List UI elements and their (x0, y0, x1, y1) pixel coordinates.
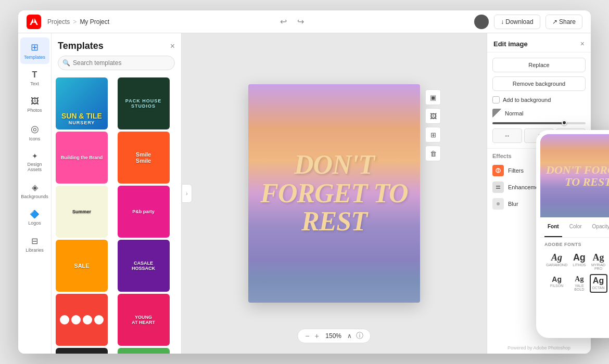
sidebar-label-logos: Logos (28, 220, 41, 226)
add-to-background-checkbox[interactable] (492, 96, 500, 103)
phone-mockup: DON'T FORGET TO REST Font Color Opacity … (536, 130, 609, 338)
font-name-7: YALE BOLD (573, 284, 586, 291)
close-right-panel-button[interactable]: × (580, 40, 585, 48)
add-to-background-row: Add to background (492, 95, 586, 105)
font-item-7[interactable]: Ag YALE BOLD (571, 274, 587, 293)
canvas-tool-delete[interactable]: 🗑 (425, 146, 441, 161)
sidebar-label-photos: Photos (27, 108, 42, 113)
blend-mode-label: Normal (505, 110, 523, 116)
font-preview-3: Ag (593, 253, 604, 262)
template-thumb-4[interactable]: SmileSmile (118, 132, 170, 184)
blend-mode-icon (492, 109, 502, 118)
template-thumb-5[interactable]: Summer (56, 186, 108, 238)
libraries-icon: ⊟ (31, 236, 38, 246)
canvas-tool-layers[interactable]: ⊞ (425, 127, 441, 142)
phone-tab-color[interactable]: Color (566, 222, 585, 237)
zoom-in-button[interactable]: + (314, 332, 320, 340)
sidebar-label-icons: Icons (29, 136, 41, 141)
zoom-out-button[interactable]: − (304, 332, 310, 340)
template-thumb-7[interactable]: SALE (56, 240, 108, 292)
zoom-bar: − + 150% ∧ ⓘ (297, 329, 371, 343)
filters-label: Filters (508, 167, 524, 174)
font-item-2[interactable]: Ag LITHOS (571, 251, 587, 272)
canvas-container: ▣ 🖼 ⊞ 🗑 DON'T FORGET TO REST (248, 84, 420, 303)
template-grid: SUN & TILE NURSERY PACK HOUSE STUDIOS Bu… (52, 75, 181, 354)
phone-canvas-image: DON'T FORGET TO REST (540, 134, 609, 217)
opacity-slider-row (492, 122, 586, 124)
app-window: Projects > My Project ↩ ↪ ↓ Download ↗ S… (18, 10, 591, 354)
canvas-toolbar-right: ▣ 🖼 ⊞ 🗑 (425, 89, 441, 161)
phone-canvas-text: DON'T FORGET TO REST (540, 164, 609, 188)
blur-icon (492, 198, 504, 210)
edit-image-title: Edit image (493, 40, 528, 48)
font-item-3[interactable]: Ag MYRIAD PRO (590, 251, 607, 272)
icon-sidebar: ⊞ Templates T Text 🖼 Photos ◎ Icons ✦ De… (18, 33, 52, 354)
sidebar-label-design-assets: Design Assets (22, 162, 47, 172)
replace-button[interactable]: Replace (492, 58, 586, 72)
breadcrumb-projects[interactable]: Projects (47, 18, 70, 25)
font-item-6[interactable]: Ag FILSON (544, 274, 569, 293)
zoom-value: 150% (323, 332, 344, 340)
font-name-2: LITHOS (573, 263, 586, 267)
sidebar-item-templates[interactable]: ⊞ Templates (20, 37, 49, 64)
top-bar-right: ↓ Download ↗ Share (474, 15, 582, 29)
canvas-tool-aspect[interactable]: ▣ (425, 89, 441, 105)
top-bar-center: ↩ ↪ (116, 15, 468, 29)
zoom-info-button[interactable]: ⓘ (355, 331, 364, 341)
font-item-1[interactable]: Ag GARAMOND (544, 251, 569, 272)
avatar-button[interactable] (474, 15, 489, 29)
canvas-image[interactable]: DON'T FORGET TO REST (248, 84, 420, 303)
phone-tabs: Font Color Opacity Effects New (540, 217, 609, 238)
template-thumb-1[interactable]: SUN & TILE NURSERY (56, 77, 108, 129)
font-item-8[interactable]: Ag OCTAN (590, 274, 607, 293)
font-preview-7: Ag (575, 276, 583, 283)
template-thumb-2[interactable]: PACK HOUSE STUDIOS (118, 77, 170, 129)
sidebar-item-text[interactable]: T Text (20, 66, 49, 90)
search-input[interactable] (58, 56, 175, 70)
download-button[interactable]: ↓ Download (494, 15, 540, 29)
top-bar: Projects > My Project ↩ ↪ ↓ Download ↗ S… (18, 10, 591, 33)
undo-button[interactable]: ↩ (278, 15, 289, 29)
edit-image-header: Edit image × (487, 33, 591, 53)
blur-label: Blur (508, 201, 518, 207)
breadcrumb-separator: > (73, 18, 77, 25)
text-icon: T (32, 70, 37, 80)
sidebar-item-icons[interactable]: ◎ Icons (20, 119, 49, 146)
font-preview-6: Ag (552, 276, 562, 283)
opacity-slider[interactable] (492, 122, 586, 124)
expand-panel-button[interactable]: › (182, 184, 192, 203)
font-preview-1: Ag (551, 253, 562, 262)
add-to-background-label: Add to background (503, 97, 551, 103)
template-thumb-12[interactable]: JUICEMENU (118, 348, 170, 354)
adobe-logo (27, 15, 41, 29)
template-thumb-11[interactable]: BIGANNUAL (56, 348, 108, 354)
breadcrumb: Projects > My Project (47, 18, 109, 25)
template-thumb-3[interactable]: Building the Brand (56, 132, 108, 184)
phone-fonts-section: ADOBE FONTS Ag GARAMOND Ag LITHOS Ag MYR… (540, 238, 609, 297)
adobe-fonts-label: ADOBE FONTS (544, 242, 609, 247)
template-thumb-10[interactable]: YOUNGAT HEART (118, 294, 170, 346)
remove-background-button[interactable]: Remove background (492, 76, 586, 91)
phone-tab-font[interactable]: Font (544, 222, 562, 237)
sidebar-item-photos[interactable]: 🖼 Photos (20, 93, 49, 117)
close-templates-panel-button[interactable]: × (170, 42, 175, 51)
backgrounds-icon: ◈ (32, 183, 38, 192)
phone-tab-opacity[interactable]: Opacity (589, 222, 609, 237)
template-thumb-6[interactable]: P&b party (118, 186, 170, 238)
photos-icon: 🖼 (31, 97, 39, 106)
canvas-tool-photo[interactable]: 🖼 (425, 108, 441, 124)
flip-horizontal-button[interactable]: ↔ (492, 128, 522, 143)
redo-button[interactable]: ↪ (295, 15, 306, 29)
sidebar-item-design-assets[interactable]: ✦ Design Assets (20, 148, 49, 176)
template-thumb-8[interactable]: CASALEHOSSACK (118, 240, 170, 292)
sidebar-item-libraries[interactable]: ⊟ Libraries (20, 232, 49, 257)
enhancements-icon (492, 181, 504, 193)
font-name-3: MYRIAD PRO (591, 263, 606, 270)
font-preview-8: Ag (593, 277, 604, 285)
templates-header: Templates × (52, 33, 181, 56)
sidebar-item-logos[interactable]: 🔷 Logos (20, 205, 49, 230)
template-thumb-9[interactable] (56, 294, 108, 346)
sidebar-item-backgrounds[interactable]: ◈ Backgrounds (20, 178, 49, 203)
templates-icon: ⊞ (31, 42, 39, 53)
share-button[interactable]: ↗ Share (545, 15, 582, 29)
